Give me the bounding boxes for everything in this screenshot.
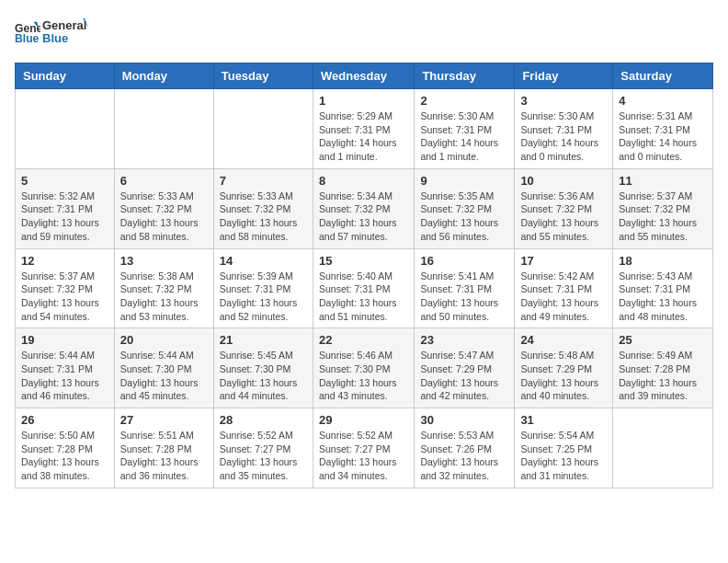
day-info: Sunrise: 5:52 AM Sunset: 7:27 PM Dayligh… [220, 429, 307, 483]
day-info: Sunrise: 5:45 AM Sunset: 7:30 PM Dayligh… [220, 349, 307, 403]
calendar-cell: 14Sunrise: 5:39 AM Sunset: 7:31 PM Dayli… [213, 248, 313, 328]
week-row: 12Sunrise: 5:37 AM Sunset: 7:32 PM Dayli… [16, 248, 713, 328]
day-info: Sunrise: 5:53 AM Sunset: 7:26 PM Dayligh… [420, 429, 508, 483]
day-info: Sunrise: 5:34 AM Sunset: 7:32 PM Dayligh… [319, 190, 408, 244]
week-row: 19Sunrise: 5:44 AM Sunset: 7:31 PM Dayli… [16, 328, 713, 408]
day-info: Sunrise: 5:50 AM Sunset: 7:28 PM Dayligh… [21, 429, 108, 483]
calendar-cell: 22Sunrise: 5:46 AM Sunset: 7:30 PM Dayli… [313, 328, 414, 408]
day-info: Sunrise: 5:51 AM Sunset: 7:28 PM Dayligh… [120, 429, 208, 483]
day-info: Sunrise: 5:36 AM Sunset: 7:32 PM Dayligh… [520, 190, 607, 244]
calendar-cell: 26Sunrise: 5:50 AM Sunset: 7:28 PM Dayli… [16, 408, 115, 488]
day-number: 26 [21, 413, 108, 427]
header-cell-tuesday: Tuesday [213, 63, 313, 89]
day-number: 15 [319, 254, 408, 268]
day-number: 8 [319, 174, 408, 188]
calendar-cell: 31Sunrise: 5:54 AM Sunset: 7:25 PM Dayli… [515, 408, 613, 488]
day-info: Sunrise: 5:52 AM Sunset: 7:27 PM Dayligh… [319, 429, 408, 483]
day-info: Sunrise: 5:44 AM Sunset: 7:31 PM Dayligh… [21, 349, 108, 403]
day-info: Sunrise: 5:30 AM Sunset: 7:31 PM Dayligh… [520, 109, 607, 164]
day-number: 12 [21, 254, 108, 268]
day-number: 6 [120, 174, 208, 188]
day-info: Sunrise: 5:33 AM Sunset: 7:32 PM Dayligh… [220, 190, 307, 244]
week-row: 5Sunrise: 5:32 AM Sunset: 7:31 PM Daylig… [16, 168, 713, 248]
day-info: Sunrise: 5:49 AM Sunset: 7:28 PM Dayligh… [619, 349, 707, 403]
day-number: 29 [319, 413, 408, 427]
calendar-cell [613, 408, 713, 488]
calendar-cell: 2Sunrise: 5:30 AM Sunset: 7:31 PM Daylig… [415, 89, 515, 169]
calendar-cell: 25Sunrise: 5:49 AM Sunset: 7:28 PM Dayli… [613, 328, 713, 408]
day-number: 7 [220, 174, 307, 188]
day-info: Sunrise: 5:39 AM Sunset: 7:31 PM Dayligh… [220, 270, 307, 324]
calendar-cell: 20Sunrise: 5:44 AM Sunset: 7:30 PM Dayli… [114, 328, 213, 408]
calendar-cell: 28Sunrise: 5:52 AM Sunset: 7:27 PM Dayli… [213, 408, 313, 488]
calendar-cell: 3Sunrise: 5:30 AM Sunset: 7:31 PM Daylig… [515, 89, 613, 169]
header-row: SundayMondayTuesdayWednesdayThursdayFrid… [16, 63, 713, 89]
svg-text:Blue: Blue [15, 32, 40, 45]
day-number: 23 [420, 333, 508, 347]
calendar-table: SundayMondayTuesdayWednesdayThursdayFrid… [15, 63, 713, 488]
day-number: 28 [220, 413, 307, 427]
calendar-cell: 9Sunrise: 5:35 AM Sunset: 7:32 PM Daylig… [415, 168, 515, 248]
day-info: Sunrise: 5:43 AM Sunset: 7:31 PM Dayligh… [619, 270, 707, 324]
day-number: 30 [420, 413, 508, 427]
day-number: 18 [619, 254, 707, 268]
day-info: Sunrise: 5:46 AM Sunset: 7:30 PM Dayligh… [319, 349, 408, 403]
day-info: Sunrise: 5:29 AM Sunset: 7:31 PM Dayligh… [319, 109, 408, 164]
day-number: 27 [120, 413, 208, 427]
logo-icon: General Blue [15, 20, 40, 46]
week-row: 26Sunrise: 5:50 AM Sunset: 7:28 PM Dayli… [16, 408, 713, 488]
day-info: Sunrise: 5:40 AM Sunset: 7:31 PM Dayligh… [319, 270, 408, 324]
day-number: 10 [520, 174, 607, 188]
day-number: 5 [21, 174, 108, 188]
calendar-cell [114, 89, 213, 169]
day-number: 20 [120, 333, 208, 347]
day-info: Sunrise: 5:42 AM Sunset: 7:31 PM Dayligh… [520, 270, 607, 324]
day-number: 19 [21, 333, 108, 347]
header-cell-sunday: Sunday [16, 63, 115, 89]
calendar-cell: 29Sunrise: 5:52 AM Sunset: 7:27 PM Dayli… [313, 408, 414, 488]
day-info: Sunrise: 5:30 AM Sunset: 7:31 PM Dayligh… [420, 109, 508, 164]
day-number: 24 [520, 333, 607, 347]
calendar-cell: 24Sunrise: 5:48 AM Sunset: 7:29 PM Dayli… [515, 328, 613, 408]
day-number: 22 [319, 333, 408, 347]
svg-text:General: General [42, 18, 86, 32]
calendar-cell: 17Sunrise: 5:42 AM Sunset: 7:31 PM Dayli… [515, 248, 613, 328]
calendar-cell: 23Sunrise: 5:47 AM Sunset: 7:29 PM Dayli… [415, 328, 515, 408]
day-number: 9 [420, 174, 508, 188]
calendar-cell: 27Sunrise: 5:51 AM Sunset: 7:28 PM Dayli… [114, 408, 213, 488]
page-header: General Blue General Blue [15, 15, 713, 52]
day-info: Sunrise: 5:44 AM Sunset: 7:30 PM Dayligh… [120, 349, 208, 403]
day-info: Sunrise: 5:47 AM Sunset: 7:29 PM Dayligh… [420, 349, 508, 403]
header-cell-wednesday: Wednesday [313, 63, 414, 89]
day-number: 16 [420, 254, 508, 268]
calendar-cell [16, 89, 115, 169]
calendar-cell: 10Sunrise: 5:36 AM Sunset: 7:32 PM Dayli… [515, 168, 613, 248]
calendar-cell: 21Sunrise: 5:45 AM Sunset: 7:30 PM Dayli… [213, 328, 313, 408]
day-number: 11 [619, 174, 707, 188]
header-cell-thursday: Thursday [415, 63, 515, 89]
calendar-cell: 6Sunrise: 5:33 AM Sunset: 7:32 PM Daylig… [114, 168, 213, 248]
calendar-cell: 19Sunrise: 5:44 AM Sunset: 7:31 PM Dayli… [16, 328, 115, 408]
day-info: Sunrise: 5:33 AM Sunset: 7:32 PM Dayligh… [120, 190, 208, 244]
calendar-cell: 4Sunrise: 5:31 AM Sunset: 7:31 PM Daylig… [613, 89, 713, 169]
svg-text:Blue: Blue [42, 31, 68, 45]
logo: General Blue General Blue [15, 15, 88, 52]
day-info: Sunrise: 5:31 AM Sunset: 7:31 PM Dayligh… [619, 109, 707, 164]
day-number: 1 [319, 94, 408, 108]
calendar-cell: 16Sunrise: 5:41 AM Sunset: 7:31 PM Dayli… [415, 248, 515, 328]
week-row: 1Sunrise: 5:29 AM Sunset: 7:31 PM Daylig… [16, 89, 713, 169]
day-number: 2 [420, 94, 508, 108]
day-number: 21 [220, 333, 307, 347]
day-info: Sunrise: 5:32 AM Sunset: 7:31 PM Dayligh… [21, 190, 108, 244]
header-cell-saturday: Saturday [613, 63, 713, 89]
calendar-cell: 15Sunrise: 5:40 AM Sunset: 7:31 PM Dayli… [313, 248, 414, 328]
calendar-cell: 1Sunrise: 5:29 AM Sunset: 7:31 PM Daylig… [313, 89, 414, 169]
calendar-cell: 11Sunrise: 5:37 AM Sunset: 7:32 PM Dayli… [613, 168, 713, 248]
day-number: 25 [619, 333, 707, 347]
calendar-cell: 12Sunrise: 5:37 AM Sunset: 7:32 PM Dayli… [16, 248, 115, 328]
calendar-cell: 18Sunrise: 5:43 AM Sunset: 7:31 PM Dayli… [613, 248, 713, 328]
calendar-cell: 7Sunrise: 5:33 AM Sunset: 7:32 PM Daylig… [213, 168, 313, 248]
day-number: 13 [120, 254, 208, 268]
header-cell-friday: Friday [515, 63, 613, 89]
day-info: Sunrise: 5:37 AM Sunset: 7:32 PM Dayligh… [21, 270, 108, 324]
